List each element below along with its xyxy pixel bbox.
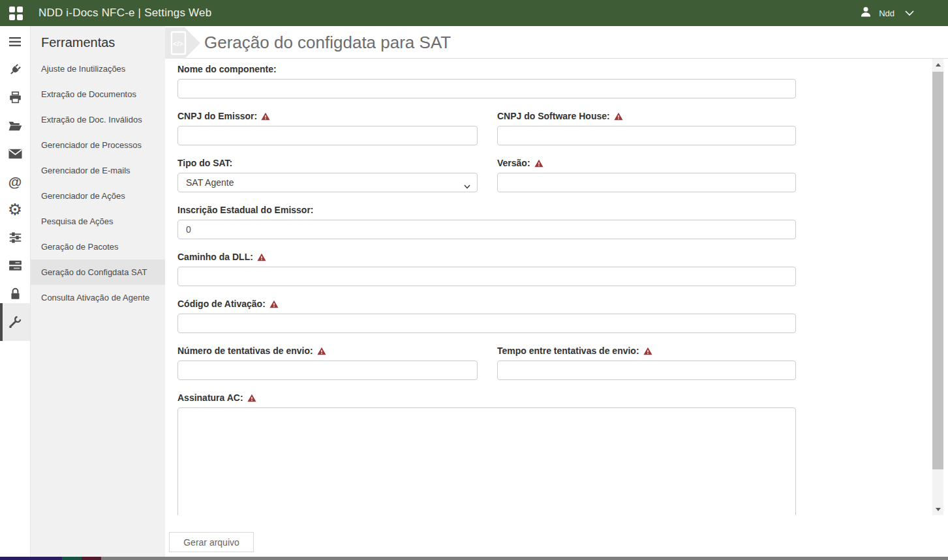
top-app-bar: NDD i-Docs NFC-e | Settings Web Ndd [0, 0, 948, 26]
gerar-arquivo-button[interactable]: Gerar arquivo [169, 532, 254, 552]
tipo-sat-select[interactable]: SAT Agente [177, 173, 478, 192]
rail-item-preferences[interactable] [0, 224, 30, 252]
warning-icon [614, 112, 623, 121]
field-versao: Versão: [497, 157, 796, 192]
svg-text:</>: </> [173, 40, 183, 48]
rail-item-server[interactable] [0, 252, 30, 280]
page-title: Geração do configdata para SAT [204, 33, 451, 53]
printer-icon [8, 91, 22, 104]
lock-icon [9, 287, 22, 301]
sidebar-title: Ferramentas [31, 26, 165, 56]
tipo-sat-selected-value: SAT Agente [186, 177, 234, 188]
app-title: NDD i-Docs NFC-e | Settings Web [38, 7, 211, 20]
field-label: Inscrição Estadual do Emissor: [177, 204, 796, 216]
field-inscricao-estadual: Inscrição Estadual do Emissor: [177, 204, 796, 239]
sidebar-item-consulta-ativacao-agente[interactable]: Consulta Ativação de Agente [31, 285, 165, 310]
chevron-down-icon [464, 181, 470, 191]
user-menu[interactable]: Ndd [859, 5, 914, 21]
sidebar-item-gerenciador-emails[interactable]: Gerenciador de E-mails [31, 158, 165, 183]
nome-componente-input[interactable] [177, 79, 796, 98]
page-header: </> Geração do configdata para SAT [165, 26, 948, 59]
plug-icon [8, 63, 22, 77]
field-label: Tipo do SAT: [177, 157, 478, 169]
field-codigo-ativacao: Código de Ativação: [177, 298, 796, 333]
warning-icon [261, 112, 270, 121]
sidebar-item-gerenciador-acoes[interactable]: Gerenciador de Ações [31, 183, 165, 209]
bottom-color-strip [0, 557, 948, 560]
rail-item-at[interactable]: @ [0, 168, 30, 196]
server-icon [8, 260, 22, 271]
scroll-down-button[interactable] [932, 503, 943, 515]
field-row-cnpj: CNPJ do Emissor: CNPJ do Software House: [177, 110, 796, 145]
gear-icon: ⚙ [8, 201, 22, 218]
menu-icon [8, 37, 22, 47]
field-caminho-dll: Caminho da DLL: [177, 251, 796, 286]
inscricao-estadual-input[interactable] [177, 220, 796, 239]
field-assinatura-ac: Assinatura AC: [177, 392, 796, 515]
configdata-document-icon: </> [165, 27, 202, 61]
rail-item-documents[interactable] [0, 111, 30, 140]
field-nome-componente: Nome do componente: [177, 63, 796, 98]
app-grid-logo-icon[interactable] [9, 7, 23, 20]
sidebar-item-extracao-doc-invalidos[interactable]: Extração de Doc. Inválidos [31, 107, 165, 132]
field-label: CNPJ do Software House: [497, 110, 796, 122]
field-label: Assinatura AC: [177, 392, 796, 404]
numero-tentativas-input[interactable] [177, 361, 478, 380]
caminho-dll-input[interactable] [177, 267, 796, 286]
codigo-ativacao-input[interactable] [177, 314, 796, 333]
form-scroll-area: Nome do componente: CNPJ do Emissor: CNP… [165, 59, 932, 515]
field-label: Caminho da DLL: [177, 251, 796, 263]
field-label: Nome do componente: [177, 63, 796, 75]
scrollbar-thumb[interactable] [932, 72, 943, 469]
envelope-icon [8, 149, 22, 159]
warning-icon [534, 159, 543, 168]
sliders-icon [8, 231, 22, 244]
rail-item-tools[interactable] [0, 303, 30, 341]
sidebar-item-geracao-configdata-sat[interactable]: Geração do Configdata SAT [31, 259, 165, 285]
field-label: Versão: [497, 157, 796, 169]
versao-input[interactable] [497, 173, 796, 192]
main-content: </> Geração do configdata para SAT Nome … [165, 26, 948, 557]
rail-item-mail[interactable] [0, 140, 30, 168]
warning-icon [643, 347, 652, 355]
folder-open-icon [8, 120, 22, 132]
field-row-tentativas: Número de tentativas de envio: Tempo ent… [177, 345, 796, 380]
sidebar-item-geracao-pacotes[interactable]: Geração de Pacotes [31, 234, 165, 259]
strip-segment-gray [101, 557, 948, 560]
scroll-up-button[interactable] [932, 59, 943, 70]
sidebar-item-gerenciador-processos[interactable]: Gerenciador de Processos [31, 132, 165, 158]
vertical-scrollbar[interactable] [932, 59, 943, 515]
wrench-icon [8, 315, 22, 329]
rail-item-settings[interactable]: ⚙ [0, 196, 30, 224]
cnpj-software-house-input[interactable] [497, 126, 796, 145]
sidebar-item-extracao-documentos[interactable]: Extração de Documentos [31, 81, 165, 107]
field-row-tipo-versao: Tipo do SAT: SAT Agente Versão: [177, 157, 796, 192]
icon-rail: @ ⚙ [0, 26, 31, 557]
triangle-down-icon [936, 508, 941, 511]
warning-icon [247, 394, 256, 402]
field-label: Tempo entre tentativas de envio: [497, 345, 796, 357]
chevron-down-icon [905, 10, 914, 16]
warning-icon [317, 347, 326, 355]
at-sign-icon: @ [8, 175, 22, 188]
sidebar-item-pesquisa-acoes[interactable]: Pesquisa de Ações [31, 209, 165, 234]
assinatura-ac-textarea[interactable] [177, 407, 796, 515]
sidebar-item-ajuste-inutilizacoes[interactable]: Ajuste de Inutilizações [31, 56, 165, 81]
user-icon [859, 5, 872, 21]
field-numero-tentativas: Número de tentativas de envio: [177, 345, 478, 380]
rail-item-menu[interactable] [0, 27, 30, 55]
field-label: Número de tentativas de envio: [177, 345, 478, 357]
rail-item-print[interactable] [0, 83, 30, 111]
user-name: Ndd [879, 8, 894, 18]
strip-segment-maroon [82, 557, 101, 560]
field-cnpj-emissor: CNPJ do Emissor: [177, 110, 478, 145]
field-label: CNPJ do Emissor: [177, 110, 478, 122]
rail-item-connections[interactable] [0, 55, 30, 83]
field-cnpj-software-house: CNPJ do Software House: [497, 110, 796, 145]
warning-icon [257, 253, 266, 261]
cnpj-emissor-input[interactable] [177, 126, 478, 145]
tools-sidebar: Ferramentas Ajuste de Inutilizações Extr… [31, 26, 165, 557]
tempo-tentativas-input[interactable] [497, 361, 796, 380]
strip-segment-green [62, 557, 82, 560]
field-tipo-sat: Tipo do SAT: SAT Agente [177, 157, 478, 192]
